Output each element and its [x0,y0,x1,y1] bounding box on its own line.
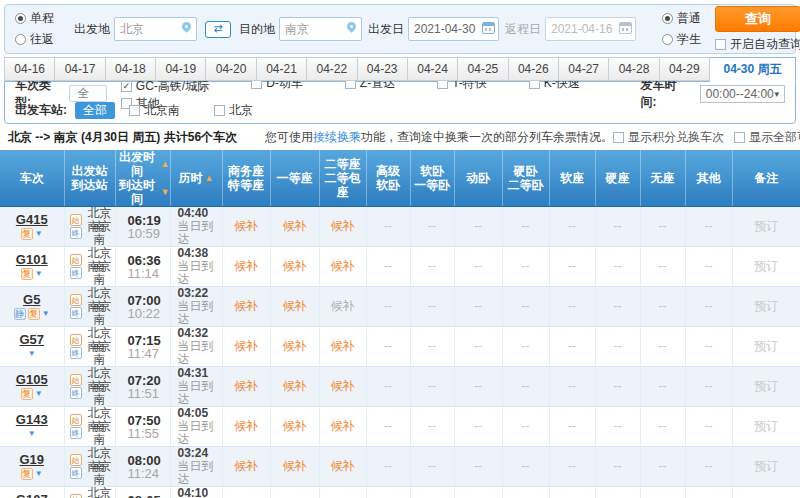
auto-query-checkbox[interactable]: 开启自动查询 [715,36,800,53]
reserve-button[interactable]: 预订 [754,259,778,273]
depart-time-select[interactable]: 00:00--24:00 ▾ [700,85,785,103]
expand-row-icon[interactable]: ▼ [35,268,43,280]
train-number-link[interactable]: G19 [19,452,44,467]
waitlist-first-class-seat[interactable]: 候补 [283,339,307,353]
waitlist-second-class-seat[interactable]: 候补 [331,219,355,233]
sort-asc-icon[interactable]: ▲ [161,157,170,171]
trip-type-radio-0[interactable]: 单程 [15,10,54,27]
waitlist-first-class-seat[interactable]: 候补 [283,379,307,393]
waitlist-first-class-seat[interactable]: 候补 [283,459,307,473]
train-number-link[interactable]: G143 [16,412,48,427]
column-header-3[interactable]: 历时▲ [170,150,222,207]
checkbox-icon[interactable] [715,39,726,50]
from-station-field: 出发地 [74,17,197,41]
checkbox-icon[interactable]: ✓ [121,81,132,92]
expand-row-icon[interactable]: ▼ [42,308,50,320]
reserve-button[interactable]: 预订 [754,379,778,393]
waitlist-business-seat[interactable]: 候补 [234,459,258,473]
checkbox-icon[interactable] [613,132,624,143]
waitlist-second-class-seat[interactable]: 候补 [331,379,355,393]
waitlist-second-class-seat[interactable]: 候补 [331,299,355,313]
transfer-link[interactable]: 接续换乘 [313,130,361,144]
date-tab-active[interactable]: 04-30 周五 [710,57,796,82]
expand-row-icon[interactable]: ▼ [28,348,36,360]
date-tab-04-29[interactable]: 04-29 [660,57,710,81]
depart-station-all-button[interactable]: 全部 [75,102,115,119]
unavailable-dash: -- [614,459,622,473]
waitlist-business-seat[interactable]: 候补 [234,379,258,393]
date-tab-04-21[interactable]: 04-21 [257,57,307,81]
date-tab-04-17[interactable]: 04-17 [55,57,105,81]
unavailable-dash: -- [522,299,530,313]
waitlist-second-class-seat[interactable]: 候补 [331,419,355,433]
date-tab-04-18[interactable]: 04-18 [106,57,156,81]
train-number-link[interactable]: G105 [16,372,48,387]
unavailable-dash: -- [428,339,436,353]
waitlist-business-seat[interactable]: 候补 [234,219,258,233]
display-toggle-checkbox-1[interactable]: 显示全部可预订车次 [734,129,800,146]
search-panel: 单程往返 出发地 ⇄ 目的地 出发日 返程日 普通学生 查询 [4,4,796,54]
depart-station-checkbox-1[interactable]: 北京 [214,102,253,119]
column-header-2[interactable]: 出发时间▲到达时间▼ [115,150,170,207]
arrive-station-icon: 终 [70,307,82,319]
expand-row-icon[interactable]: ▼ [35,228,43,240]
radio-icon[interactable] [662,13,673,24]
expand-row-icon[interactable]: ▼ [35,468,43,480]
radio-icon[interactable] [15,34,26,45]
train-number-link[interactable]: G101 [16,252,48,267]
date-tab-04-25[interactable]: 04-25 [458,57,508,81]
waitlist-business-seat[interactable]: 候补 [234,339,258,353]
passenger-type-radio-0[interactable]: 普通 [662,10,701,27]
date-tab-04-20[interactable]: 04-20 [206,57,256,81]
date-tab-04-26[interactable]: 04-26 [509,57,559,81]
passenger-type-radio-1[interactable]: 学生 [662,31,701,48]
date-tab-04-22[interactable]: 04-22 [307,57,357,81]
checkbox-icon[interactable] [734,132,745,143]
depart-station-option-label: 北京 [229,102,253,119]
trip-type-radio-1[interactable]: 往返 [15,31,54,48]
swap-stations-icon[interactable]: ⇄ [205,21,231,38]
display-toggle-checkbox-0[interactable]: 显示积分兑换车次 [613,129,724,146]
date-tab-04-24[interactable]: 04-24 [408,57,458,81]
waitlist-first-class-seat[interactable]: 候补 [283,259,307,273]
waitlist-business-seat[interactable]: 候补 [234,419,258,433]
calendar-icon[interactable] [482,22,495,34]
expand-row-icon[interactable]: ▼ [28,428,36,440]
reserve-button[interactable]: 预订 [754,299,778,313]
waitlist-second-class-seat[interactable]: 候补 [331,339,355,353]
train-number-link[interactable]: G57 [19,332,44,347]
unavailable-dash: -- [568,379,576,393]
column-header-1: 出发站到达站 [64,150,115,207]
waitlist-first-class-seat[interactable]: 候补 [283,419,307,433]
column-header-0: 车次 [0,150,64,207]
waitlist-second-class-seat[interactable]: 候补 [331,459,355,473]
waitlist-second-class-seat[interactable]: 候补 [331,259,355,273]
waitlist-business-seat[interactable]: 候补 [234,259,258,273]
sort-desc-icon[interactable]: ▼ [161,185,170,199]
reserve-button[interactable]: 预订 [754,459,778,473]
query-button[interactable]: 查询 [715,6,800,32]
radio-icon[interactable] [662,34,673,45]
train-number-link[interactable]: G107 [16,492,48,498]
date-tab-04-23[interactable]: 04-23 [358,57,408,81]
train-number-link[interactable]: G415 [16,212,48,227]
date-tab-04-28[interactable]: 04-28 [609,57,659,81]
train-number-link[interactable]: G5 [23,292,40,307]
waitlist-business-seat[interactable]: 候补 [234,299,258,313]
date-tab-04-19[interactable]: 04-19 [156,57,206,81]
waitlist-first-class-seat[interactable]: 候补 [283,219,307,233]
sort-asc-icon[interactable]: ▲ [205,171,214,185]
date-tab-04-27[interactable]: 04-27 [559,57,609,81]
train-type-all-button[interactable]: 全部 [69,85,106,102]
checkbox-icon[interactable] [129,105,140,116]
depart-station-checkbox-0[interactable]: 北京南 [129,102,180,119]
reserve-button[interactable]: 预订 [754,339,778,353]
reserve-button[interactable]: 预订 [754,419,778,433]
expand-row-icon[interactable]: ▼ [35,388,43,400]
waitlist-first-class-seat[interactable]: 候补 [283,299,307,313]
date-tab-04-16[interactable]: 04-16 [4,57,55,81]
reserve-button[interactable]: 预订 [754,219,778,233]
checkbox-icon[interactable] [214,105,225,116]
unavailable-dash: -- [568,419,576,433]
radio-icon[interactable] [15,13,26,24]
